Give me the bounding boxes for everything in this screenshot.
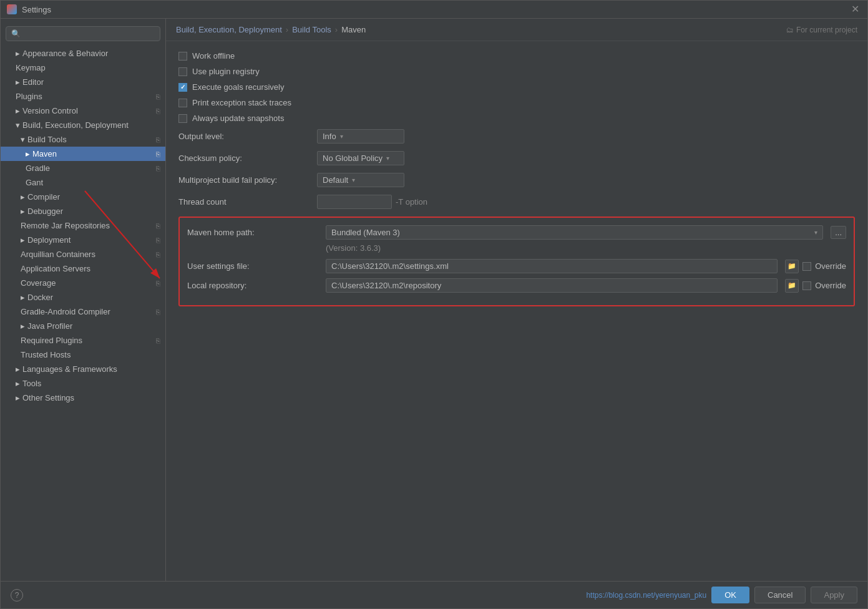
sidebar-item-label: Version Control	[22, 106, 78, 115]
titlebar: Settings ✕	[1, 1, 867, 19]
sidebar-item-coverage[interactable]: Coverage ⎘	[1, 276, 165, 290]
sidebar-item-docker[interactable]: ▸ Docker	[1, 290, 165, 304]
arrow-icon: ▸	[26, 149, 30, 158]
checksum-policy-dropdown[interactable]: No Global Policy ▾	[317, 151, 404, 165]
sidebar-item-other-settings[interactable]: ▸ Other Settings	[1, 391, 165, 405]
thread-count-input[interactable]	[317, 195, 392, 209]
checksum-policy-value: No Global Policy	[323, 153, 383, 163]
maven-settings-highlight-box: Maven home path: Bundled (Maven 3) ▾ ...…	[178, 217, 855, 306]
sidebar-item-app-servers[interactable]: Application Servers	[1, 261, 165, 276]
apply-button[interactable]: Apply	[811, 587, 857, 603]
output-level-value: Info	[323, 132, 336, 141]
sidebar-item-version-control[interactable]: ▸ Version Control ⎘	[1, 104, 165, 118]
search-input[interactable]	[24, 29, 155, 38]
close-button[interactable]: ✕	[851, 4, 861, 14]
chevron-down-icon: ▾	[352, 177, 355, 183]
help-button[interactable]: ?	[11, 589, 23, 602]
sidebar: 🔍 ▸ Appearance & Behavior Keymap ▸	[1, 19, 166, 581]
sidebar-item-label: Keymap	[16, 63, 46, 72]
sidebar-item-appearance[interactable]: ▸ Appearance & Behavior	[1, 46, 165, 61]
user-settings-browse-button[interactable]: 📁	[785, 260, 799, 273]
titlebar-left: Settings	[7, 4, 51, 14]
checkbox-print-exception-label: Print exception stack traces	[192, 98, 291, 107]
maven-home-row: Maven home path: Bundled (Maven 3) ▾ ...	[187, 225, 846, 240]
copy-icon: ⎘	[156, 165, 160, 172]
local-repo-input[interactable]	[326, 278, 778, 293]
checksum-policy-row: Checksum policy: No Global Policy ▾	[178, 151, 855, 165]
sidebar-item-required-plugins[interactable]: Required Plugins ⎘	[1, 333, 165, 348]
maven-version: (Version: 3.6.3)	[326, 243, 846, 253]
arrow-icon: ▸	[16, 106, 20, 115]
search-box[interactable]: 🔍	[6, 26, 160, 41]
checkbox-execute-goals-input[interactable]: ✓	[178, 83, 187, 92]
cancel-button[interactable]: Cancel	[754, 587, 806, 603]
sidebar-item-label: Docker	[27, 293, 53, 302]
checkbox-plugin-registry-input[interactable]	[178, 67, 187, 76]
checkbox-print-exception-input[interactable]	[178, 99, 187, 107]
maven-home-dropdown[interactable]: Bundled (Maven 3) ▾	[326, 225, 823, 240]
user-settings-input[interactable]	[326, 259, 778, 273]
sidebar-item-build-execution[interactable]: ▾ Build, Execution, Deployment	[1, 118, 165, 132]
local-repo-override-checkbox[interactable]	[802, 281, 811, 290]
arrow-icon: ▾	[16, 120, 20, 130]
breadcrumb-sep-1: ›	[286, 25, 288, 34]
sidebar-item-compiler[interactable]: ▸ Compiler	[1, 190, 165, 204]
sidebar-item-gant[interactable]: Gant	[1, 175, 165, 190]
breadcrumb-current: Maven	[341, 25, 366, 34]
copy-icon: ⎘	[156, 236, 160, 244]
sidebar-item-tools[interactable]: ▸ Tools	[1, 376, 165, 391]
sidebar-item-debugger[interactable]: ▸ Debugger	[1, 204, 165, 218]
sidebar-item-plugins[interactable]: Plugins ⎘	[1, 89, 165, 104]
sidebar-item-label: Debugger	[27, 207, 63, 216]
project-icon: 🗂	[786, 26, 794, 34]
checkbox-work-offline-input[interactable]	[178, 52, 187, 61]
maven-home-more-button[interactable]: ...	[831, 226, 846, 239]
sidebar-item-arquillian[interactable]: Arquillian Containers ⎘	[1, 247, 165, 261]
sidebar-item-gradle-android[interactable]: Gradle-Android Compiler ⎘	[1, 304, 165, 319]
local-repo-browse-button[interactable]: 📁	[785, 279, 799, 293]
footer: ? https://blog.csdn.net/yerenyuan_pku OK…	[1, 581, 867, 608]
checkbox-use-plugin-registry: Use plugin registry	[178, 67, 855, 76]
sidebar-item-label: Other Settings	[22, 393, 74, 402]
multiproject-policy-value: Default	[323, 175, 348, 185]
sidebar-item-deployment[interactable]: ▸ Deployment ⎘	[1, 233, 165, 247]
content-area: 🔍 ▸ Appearance & Behavior Keymap ▸	[1, 19, 867, 581]
arrow-icon: ▸	[16, 49, 20, 58]
for-project: 🗂 For current project	[786, 26, 857, 34]
sidebar-item-editor[interactable]: ▸ Editor	[1, 75, 165, 89]
sidebar-item-label: Plugins	[16, 92, 42, 101]
output-level-label: Output level:	[178, 132, 310, 141]
checkbox-always-update-input[interactable]	[178, 114, 187, 123]
sidebar-item-build-tools[interactable]: ▾ Build Tools ⎘	[1, 132, 165, 147]
multiproject-policy-dropdown[interactable]: Default ▾	[317, 173, 404, 187]
arrow-icon: ▸	[21, 293, 25, 302]
breadcrumb-part-2[interactable]: Build Tools	[292, 25, 331, 34]
for-project-label: For current project	[796, 26, 857, 34]
arrow-icon: ▸	[16, 393, 20, 402]
sidebar-item-languages[interactable]: ▸ Languages & Frameworks	[1, 362, 165, 376]
copy-icon: ⎘	[156, 251, 160, 258]
sidebar-item-maven[interactable]: ▸ Maven ⎘	[1, 147, 165, 161]
arrow-icon: ▾	[21, 135, 25, 144]
output-level-dropdown[interactable]: Info ▾	[317, 129, 404, 144]
arrow-icon: ▸	[16, 379, 20, 388]
ok-button[interactable]: OK	[711, 587, 749, 603]
local-repo-label: Local repository:	[187, 281, 318, 290]
user-settings-override-checkbox[interactable]	[802, 262, 811, 271]
sidebar-item-gradle[interactable]: Gradle ⎘	[1, 161, 165, 175]
sidebar-item-label: Maven	[32, 149, 57, 158]
checkbox-execute-goals: ✓ Execute goals recursively	[178, 82, 855, 92]
thread-count-label: Thread count	[178, 197, 310, 207]
chevron-down-icon: ▾	[386, 155, 389, 162]
breadcrumb-part-1[interactable]: Build, Execution, Deployment	[176, 25, 282, 34]
sidebar-item-remote-jar[interactable]: Remote Jar Repositories ⎘	[1, 218, 165, 233]
sidebar-item-trusted-hosts[interactable]: Trusted Hosts	[1, 348, 165, 362]
checkbox-print-exception: Print exception stack traces	[178, 98, 855, 107]
sidebar-item-keymap[interactable]: Keymap	[1, 61, 165, 75]
thread-count-row: Thread count -T option	[178, 195, 855, 209]
copy-icon: ⎘	[156, 222, 160, 230]
copy-icon: ⎘	[156, 136, 160, 144]
sidebar-item-java-profiler[interactable]: ▸ Java Profiler	[1, 319, 165, 333]
main-panel: Build, Execution, Deployment › Build Too…	[166, 19, 867, 581]
sidebar-item-label: Gant	[26, 178, 43, 187]
